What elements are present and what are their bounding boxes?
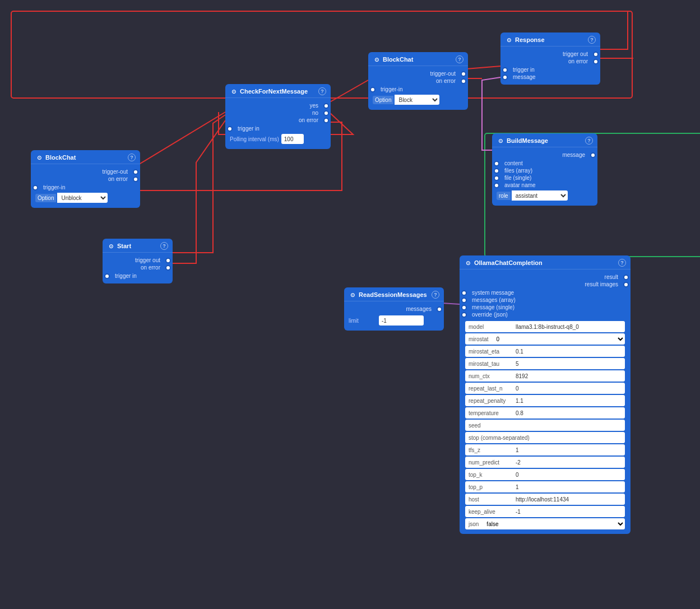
ollama-mirostateta-input[interactable]	[516, 348, 622, 355]
blockchat1-trigger-out-port[interactable]	[133, 169, 138, 175]
buildmessage-header: ⊙ BuildMessage ?	[492, 133, 597, 147]
bm-avatarname-label: avatar name	[504, 182, 536, 188]
bm-filesarray-port[interactable]	[494, 168, 499, 174]
ollama-host-input[interactable]	[516, 496, 622, 503]
ollama-json-select[interactable]: falsetrue	[482, 520, 625, 528]
ollama-messagesarray-port[interactable]	[461, 297, 467, 303]
bc2-onerror-port[interactable]	[461, 78, 466, 84]
ollama-systemmsg-label: system message	[472, 290, 514, 296]
ollama-temperature-input[interactable]	[516, 410, 622, 416]
blockchat2-icon: ⊙	[373, 55, 381, 63]
start-help[interactable]: ?	[160, 242, 168, 250]
rsm-title: ReadSessionMessages	[359, 291, 427, 298]
ollama-systemmsg-port[interactable]	[461, 290, 467, 296]
ollama-keepalive-field: keep_alive	[465, 506, 625, 517]
response-help[interactable]: ?	[588, 36, 596, 44]
response-onerror-port[interactable]	[593, 59, 599, 64]
ollama-keepalive-label: keep_alive	[469, 509, 513, 515]
ollama-repeatpenalty-field: repeat_penalty	[465, 395, 625, 406]
blockchat1-option-select[interactable]: Unblock Block	[57, 193, 108, 203]
ollama-repeatpenalty-input[interactable]	[516, 398, 622, 404]
ollama-mirostat-row: mirostat 012	[465, 333, 625, 345]
ollama-seed-input[interactable]	[516, 422, 622, 429]
bc2-triggerin-port[interactable]	[370, 87, 376, 92]
bm-filesingle-label: file (single)	[504, 175, 531, 181]
blockchat2-header: ⊙ BlockChat ?	[368, 52, 468, 66]
ollama-title: OllamaChatCompletion	[474, 259, 543, 266]
ollama-result-port[interactable]	[623, 275, 629, 280]
ollama-messagesingle-port[interactable]	[461, 305, 467, 310]
start-onerror-port[interactable]	[165, 265, 171, 271]
bc2-triggerout-port[interactable]	[461, 71, 466, 77]
start-triggerin-port[interactable]	[104, 273, 110, 279]
ollama-temperature-field: temperature	[465, 407, 625, 419]
ollama-tfsz-label: tfs_z	[469, 447, 513, 453]
ollama-stop-input[interactable]	[532, 435, 622, 441]
ollama-topp-input[interactable]	[516, 484, 622, 490]
ollama-mirostattau-label: mirostat_tau	[469, 361, 513, 367]
blockchat1-onerror-port[interactable]	[133, 176, 138, 182]
rsm-limit-input[interactable]	[379, 315, 424, 326]
ollama-mirostat-label: mirostat	[465, 336, 492, 342]
bm-message-port[interactable]	[590, 152, 596, 158]
checkfornextmessage-header: ⊙ CheckForNextMessage ?	[225, 84, 331, 98]
blockchat1-title: BlockChat	[45, 154, 76, 161]
cfnm-yes-port[interactable]	[323, 103, 329, 109]
rsm-limit-label: limit	[349, 318, 377, 324]
response-onerror-label: on error	[568, 58, 588, 64]
bm-filesingle-port[interactable]	[494, 175, 499, 181]
ollama-topk-input[interactable]	[516, 472, 622, 478]
bc2-option-select[interactable]: Block Unblock	[395, 95, 439, 105]
blockchat1-triggerin-port[interactable]	[33, 185, 38, 190]
rsm-messages-label: messages	[406, 306, 432, 312]
bm-filesarray-label: files (array)	[504, 168, 532, 174]
start-triggerout-port[interactable]	[165, 258, 171, 263]
ollama-temperature-label: temperature	[469, 410, 513, 416]
ollama-repeatpenalty-label: repeat_penalty	[469, 398, 513, 404]
ollama-mirostat-select[interactable]: 012	[492, 336, 625, 343]
buildmessage-help[interactable]: ?	[585, 137, 593, 145]
response-triggerin-port[interactable]	[502, 67, 508, 73]
ollama-messagesingle-label: message (single)	[472, 304, 514, 310]
ollama-numpredict-field: num_predict	[465, 457, 625, 468]
ollama-mirostattau-input[interactable]	[516, 361, 622, 367]
ollama-model-input[interactable]	[516, 324, 622, 330]
bm-avatarname-port[interactable]	[494, 183, 499, 188]
buildmessage-icon: ⊙	[497, 137, 504, 145]
ollama-repeatlastn-input[interactable]	[516, 385, 622, 392]
cfnm-polling-input[interactable]	[281, 134, 304, 144]
ollama-tfsz-input[interactable]	[516, 447, 622, 453]
ollama-resultimages-port[interactable]	[623, 282, 629, 287]
ollama-overridejson-port[interactable]	[461, 312, 467, 318]
bc2-triggerin-label: trigger-in	[381, 86, 402, 92]
ollama-numctx-input[interactable]	[516, 373, 622, 379]
blockchat2-node: ⊙ BlockChat ? trigger-out on error trigg…	[368, 52, 468, 110]
response-message-port[interactable]	[502, 75, 508, 80]
blockchat1-trigger-out-label: trigger-out	[102, 169, 128, 175]
ollama-model-field: model	[465, 321, 625, 332]
bm-role-select[interactable]: assistant user system	[512, 190, 568, 201]
rsm-messages-port[interactable]	[437, 306, 442, 312]
ollama-numctx-field: num_ctx	[465, 370, 625, 382]
response-triggerin-label: trigger in	[513, 67, 535, 73]
cfnm-triggerin-port[interactable]	[227, 126, 233, 132]
ollama-topk-field: top_k	[465, 469, 625, 480]
blockchat2-help[interactable]: ?	[456, 55, 463, 63]
checkfornextmessage-help[interactable]: ?	[318, 87, 326, 95]
blockchat1-icon: ⊙	[35, 154, 43, 161]
rsm-help[interactable]: ?	[432, 291, 439, 299]
readsessionmessages-node: ⊙ ReadSessionMessages ? messages limit	[344, 287, 444, 331]
ollama-keepalive-input[interactable]	[516, 509, 622, 515]
blockchat1-help[interactable]: ?	[128, 154, 136, 161]
ollama-host-label: host	[469, 496, 513, 503]
response-title: Response	[515, 36, 545, 43]
ollama-help[interactable]: ?	[618, 259, 626, 267]
response-triggerout-port[interactable]	[593, 52, 599, 57]
ollama-numpredict-input[interactable]	[516, 459, 622, 466]
ollama-numctx-label: num_ctx	[469, 373, 513, 379]
cfnm-onerror-port[interactable]	[323, 118, 329, 123]
start-node: ⊙ Start ? trigger out on error trigger i…	[103, 239, 173, 283]
bm-content-port[interactable]	[494, 161, 499, 166]
cfnm-no-port[interactable]	[323, 110, 329, 116]
bc2-triggerout-label: trigger-out	[430, 71, 456, 77]
